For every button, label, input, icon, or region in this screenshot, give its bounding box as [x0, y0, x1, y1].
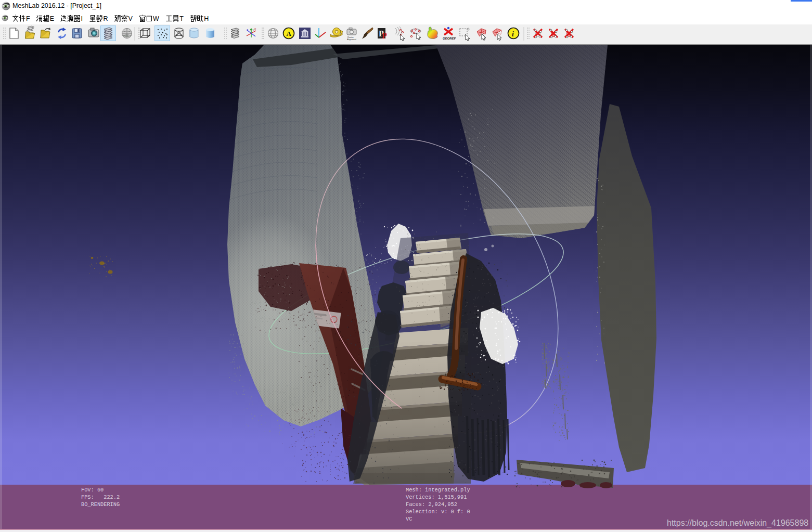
svg-text:GEOREF: GEOREF	[443, 37, 456, 40]
svg-text:I: I	[81, 15, 83, 22]
svg-text:Z: Z	[247, 29, 248, 32]
svg-text:P: P	[382, 31, 387, 40]
svg-text:H: H	[204, 15, 209, 22]
svg-text:i: i	[512, 30, 514, 38]
svg-text:FPS: 222.2: FPS: 222.2	[81, 494, 120, 500]
svg-text:Vertices: 1,515,991: Vertices: 1,515,991	[406, 494, 467, 500]
svg-text:Alignment: Alignment	[347, 38, 357, 41]
svg-text:E: E	[50, 15, 54, 22]
svg-text:T: T	[179, 15, 184, 22]
svg-text:FOV: 60: FOV: 60	[81, 487, 104, 493]
svg-text:X: X	[254, 28, 256, 31]
svg-text:Selection: v: 0 f: 0: Selection: v: 0 f: 0	[406, 509, 470, 515]
svg-text:A: A	[287, 30, 292, 37]
svg-text:Mesh: integrated.ply: Mesh: integrated.ply	[406, 487, 470, 493]
svg-text:W: W	[153, 15, 159, 22]
svg-text:BO_RENDERING: BO_RENDERING	[81, 501, 120, 508]
svg-text:V: V	[128, 15, 133, 22]
svg-text:https://blog.csdn.net/weixin_4: https://blog.csdn.net/weixin_41965898	[667, 518, 808, 528]
svg-text:F: F	[26, 15, 30, 22]
svg-text:VC: VC	[406, 516, 412, 522]
svg-text:Faces: 2,924,952: Faces: 2,924,952	[406, 501, 457, 508]
svg-text:R: R	[103, 15, 108, 22]
